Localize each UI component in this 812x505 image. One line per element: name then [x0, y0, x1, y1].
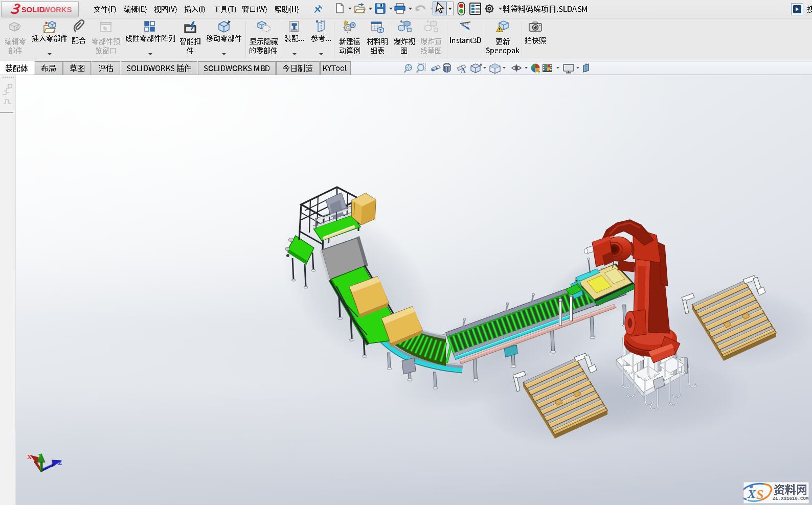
- svg-text:X: X: [747, 487, 756, 500]
- svg-text:Y: Y: [38, 452, 43, 460]
- svg-text:X: X: [27, 453, 32, 461]
- svg-text:S: S: [756, 487, 763, 502]
- svg-text:Z: Z: [58, 458, 62, 466]
